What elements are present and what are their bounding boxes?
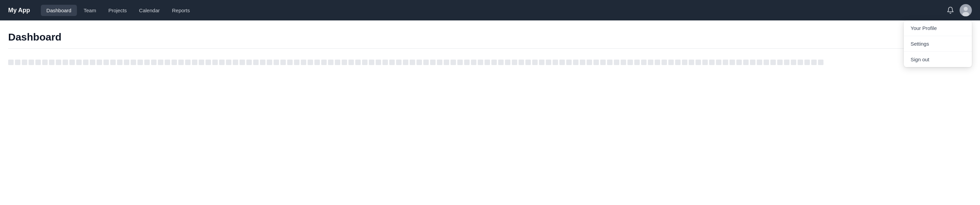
placeholder-block (83, 59, 89, 65)
placeholder-block (478, 59, 483, 65)
nav-item-team[interactable]: Team (78, 5, 102, 16)
placeholder-block (165, 59, 170, 65)
dropdown-item-signout[interactable]: Sign out (904, 51, 972, 67)
placeholder-block (784, 59, 789, 65)
placeholder-block (757, 59, 762, 65)
placeholder-block (267, 59, 272, 65)
placeholder-block (97, 59, 102, 65)
placeholder-block (600, 59, 606, 65)
placeholder-block (737, 59, 742, 65)
placeholder-block (233, 59, 238, 65)
placeholder-block (199, 59, 204, 65)
placeholder-block (226, 59, 231, 65)
placeholder-block (294, 59, 299, 65)
placeholder-block (158, 59, 163, 65)
navbar-right (947, 4, 972, 16)
placeholder-block (375, 59, 381, 65)
placeholder-block (804, 59, 810, 65)
dropdown-item-settings[interactable]: Settings (904, 36, 972, 51)
placeholder-block (702, 59, 708, 65)
placeholder-block (798, 59, 803, 65)
placeholder-block (539, 59, 544, 65)
dropdown-item-profile[interactable]: Your Profile (904, 21, 972, 36)
placeholder-block (505, 59, 511, 65)
placeholder-block (382, 59, 388, 65)
placeholder-block (525, 59, 531, 65)
placeholder-block (457, 59, 463, 65)
placeholder-block (750, 59, 756, 65)
placeholder-block (587, 59, 592, 65)
placeholder-block (620, 59, 626, 65)
svg-point-1 (964, 7, 968, 11)
placeholder-block (417, 59, 422, 65)
placeholder-block (76, 59, 82, 65)
placeholder-block (348, 59, 354, 65)
placeholder-block (614, 59, 619, 65)
placeholder-block (811, 59, 817, 65)
placeholder-block (770, 59, 776, 65)
placeholder-block (730, 59, 735, 65)
placeholder-block (471, 59, 476, 65)
placeholder-block (423, 59, 429, 65)
placeholder-block (410, 59, 415, 65)
placeholder-block (130, 59, 136, 65)
placeholder-block (573, 59, 579, 65)
nav-item-projects[interactable]: Projects (103, 5, 132, 16)
placeholder-block (716, 59, 721, 65)
placeholder-block (403, 59, 408, 65)
nav-item-dashboard[interactable]: Dashboard (41, 5, 76, 16)
placeholder-block (627, 59, 633, 65)
placeholder-block (580, 59, 585, 65)
user-dropdown: Your Profile Settings Sign out (904, 21, 972, 67)
bell-icon[interactable] (947, 6, 954, 14)
placeholder-block (566, 59, 572, 65)
placeholder-block (546, 59, 551, 65)
placeholder-block (22, 59, 27, 65)
placeholder-block (260, 59, 266, 65)
nav-links: Dashboard Team Projects Calendar Reports (41, 5, 947, 16)
placeholder-block (308, 59, 313, 65)
avatar[interactable] (959, 4, 972, 16)
placeholder-block (430, 59, 436, 65)
placeholder-block (137, 59, 143, 65)
placeholder-block (777, 59, 783, 65)
placeholder-block (219, 59, 224, 65)
placeholder-block (450, 59, 456, 65)
placeholder-block (675, 59, 681, 65)
placeholder-block (791, 59, 796, 65)
placeholder-block (492, 59, 497, 65)
placeholder-block (818, 59, 824, 65)
placeholder-block (151, 59, 156, 65)
nav-item-reports[interactable]: Reports (166, 5, 195, 16)
placeholder-block (648, 59, 653, 65)
placeholder-block (682, 59, 687, 65)
page-title: Dashboard (8, 31, 972, 43)
placeholder-block (8, 59, 14, 65)
placeholder-block (205, 59, 211, 65)
nav-item-calendar[interactable]: Calendar (134, 5, 165, 16)
placeholder-block (49, 59, 54, 65)
brand-name: My App (8, 7, 30, 14)
placeholder-block (56, 59, 61, 65)
placeholder-block (63, 59, 68, 65)
placeholder-block (485, 59, 490, 65)
placeholder-block (437, 59, 442, 65)
placeholder-block (695, 59, 701, 65)
placeholder-block (369, 59, 374, 65)
placeholder-block (355, 59, 361, 65)
placeholder-block (362, 59, 368, 65)
placeholder-block (607, 59, 612, 65)
placeholder-block (103, 59, 109, 65)
content-placeholder (8, 57, 972, 68)
main-content: Dashboard (0, 21, 980, 68)
page-divider (8, 48, 972, 49)
placeholder-block (389, 59, 395, 65)
placeholder-block (301, 59, 306, 65)
placeholder-block (117, 59, 123, 65)
navbar: My App Dashboard Team Projects Calendar … (0, 0, 980, 21)
placeholder-block (185, 59, 191, 65)
placeholder-block (342, 59, 347, 65)
placeholder-block (662, 59, 667, 65)
placeholder-block (280, 59, 286, 65)
placeholder-block (464, 59, 469, 65)
